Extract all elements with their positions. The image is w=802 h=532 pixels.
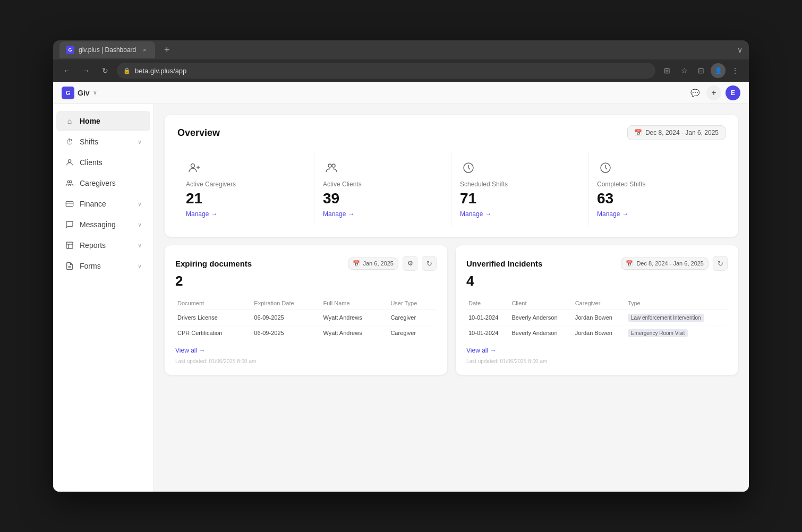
sidebar-item-messaging[interactable]: Messaging ∨ [56, 214, 150, 235]
svg-rect-5 [66, 242, 73, 248]
doc-expiry-2: 06-09-2025 [252, 325, 321, 341]
incidents-actions: 📅 Dec 8, 2024 - Jan 6, 2025 ↻ [621, 256, 728, 271]
sidebar-item-shifts[interactable]: ⏱ Shifts ∨ [56, 132, 150, 152]
expiring-docs-title: Expiring documents [175, 259, 252, 268]
doc-fullname-2: Wyatt Andrews [321, 325, 388, 341]
table-row[interactable]: 10-01-2024 Beverly Anderson Jordan Bowen… [466, 310, 728, 325]
caregivers-icon [65, 178, 74, 188]
browser-profile-icon[interactable]: 👤 [711, 63, 726, 78]
doc-usertype-1: Caregiver [388, 310, 437, 325]
svg-point-10 [191, 164, 195, 168]
sidebar-label-shifts: Shifts [80, 138, 132, 146]
back-button[interactable]: ← [59, 63, 74, 78]
incidents-header: Unverified Incidents 📅 Dec 8, 2024 - Jan… [466, 256, 728, 271]
sidebar-label-finance: Finance [80, 200, 132, 208]
overview-header: Overview 📅 Dec 8, 2024 - Jan 6, 2025 [177, 125, 726, 140]
table-row[interactable]: 10-01-2024 Beverly Anderson Jordan Bowen… [466, 325, 728, 341]
user-avatar[interactable]: E [726, 85, 740, 100]
tab-favicon: G [66, 46, 74, 54]
col-usertype: User Type [388, 297, 437, 310]
bookmark-icon[interactable]: ☆ [677, 63, 692, 78]
overview-title: Overview [177, 127, 220, 139]
browser-window: G giv.plus | Dashboard × + ∨ ← → ↻ 🔒 bet… [53, 40, 749, 492]
messaging-icon [65, 220, 74, 229]
incidents-table: Date Client Caregiver Type 10-01-2024 Be… [466, 297, 728, 340]
expiring-docs-date: Jan 6, 2025 [363, 260, 394, 267]
forms-icon [65, 261, 74, 271]
active-caregivers-manage-link[interactable]: Manage → [186, 210, 305, 218]
stat-active-caregivers: Active Caregivers 21 Manage → [177, 151, 314, 226]
incidents-refresh-button[interactable]: ↻ [713, 256, 728, 271]
incident-client-1: Beverly Anderson [509, 310, 573, 325]
tab-close-button[interactable]: × [140, 46, 149, 54]
new-tab-button[interactable]: + [159, 42, 174, 57]
expiring-docs-calendar-icon: 📅 [353, 260, 360, 267]
svg-point-0 [68, 160, 71, 162]
forward-button[interactable]: → [79, 63, 93, 78]
calendar-icon: 📅 [634, 129, 642, 136]
incident-type-2: Emergency Room Visit [626, 325, 728, 341]
unverified-incidents-card: Unverified Incidents 📅 Dec 8, 2024 - Jan… [456, 245, 738, 375]
sidebar-item-forms[interactable]: Forms ∨ [56, 256, 150, 276]
org-name: Giv [78, 89, 90, 97]
sidebar-item-home[interactable]: ⌂ Home [56, 111, 150, 131]
incidents-view-all[interactable]: View all → [466, 347, 728, 354]
app-logo[interactable]: G Giv ∨ [62, 87, 97, 99]
table-row[interactable]: CPR Certification 06-09-2025 Wyatt Andre… [175, 325, 437, 341]
overview-date-badge[interactable]: 📅 Dec 8, 2024 - Jan 6, 2025 [627, 125, 726, 140]
completed-shifts-value: 63 [597, 190, 717, 207]
incident-type-badge-2: Emergency Room Visit [628, 329, 688, 337]
screen-capture-icon[interactable]: ⊡ [694, 63, 709, 78]
expiring-docs-filter-button[interactable]: ⚙ [403, 256, 417, 271]
refresh-button[interactable]: ↻ [98, 63, 113, 78]
logo-icon: G [62, 87, 74, 99]
col-fullname: Full Name [321, 297, 388, 310]
stats-grid: Active Caregivers 21 Manage → Active [177, 151, 726, 226]
sidebar-label-forms: Forms [80, 262, 132, 270]
sidebar-label-home: Home [80, 117, 142, 125]
incidents-calendar-icon: 📅 [626, 260, 633, 267]
incident-type-badge-1: Law enforcement Intervention [628, 314, 704, 322]
incidents-title: Unverified Incidents [466, 259, 542, 268]
expiring-docs-actions: 📅 Jan 6, 2025 ⚙ ↻ [348, 256, 437, 271]
browser-more-icon[interactable]: ⋮ [728, 63, 743, 78]
active-clients-value: 39 [323, 190, 442, 207]
forms-chevron-icon: ∨ [138, 263, 142, 270]
incidents-date-range: Dec 8, 2024 - Jan 6, 2025 [636, 260, 704, 267]
active-clients-manage-link[interactable]: Manage → [323, 210, 442, 218]
col-date: Date [466, 297, 509, 310]
doc-name-2: CPR Certification [175, 325, 252, 341]
incidents-date-badge[interactable]: 📅 Dec 8, 2024 - Jan 6, 2025 [621, 258, 709, 270]
expiring-docs-view-all[interactable]: View all → [175, 347, 437, 354]
expiring-docs-refresh-button[interactable]: ↻ [422, 256, 437, 271]
browser-dropdown[interactable]: ∨ [737, 46, 743, 54]
scheduled-shifts-value: 71 [460, 190, 579, 207]
app-container: G Giv ∨ 💬 + E ⌂ Home ⏱ S [53, 82, 749, 492]
sidebar-item-finance[interactable]: Finance ∨ [56, 194, 150, 214]
col-expiration: Expiration Date [252, 297, 321, 310]
finance-chevron-icon: ∨ [138, 201, 142, 208]
add-icon[interactable]: + [706, 85, 721, 100]
address-bar[interactable]: 🔒 beta.giv.plus/app [117, 63, 655, 79]
chat-icon[interactable]: 💬 [687, 85, 702, 100]
sidebar-label-caregivers: Caregivers [80, 179, 142, 187]
tab-title: giv.plus | Dashboard [79, 46, 136, 54]
incident-date-2: 10-01-2024 [466, 325, 509, 341]
sidebar-item-clients[interactable]: Clients [56, 152, 150, 173]
scheduled-shifts-label: Scheduled Shifts [460, 181, 579, 188]
sidebar-item-caregivers[interactable]: Caregivers [56, 173, 150, 193]
clients-icon [65, 158, 74, 167]
org-dropdown-icon[interactable]: ∨ [93, 90, 97, 96]
scheduled-shifts-manage-link[interactable]: Manage → [460, 210, 579, 218]
incident-type-1: Law enforcement Intervention [626, 310, 728, 325]
overview-card: Overview 📅 Dec 8, 2024 - Jan 6, 2025 Act… [165, 115, 738, 237]
completed-shifts-manage-link[interactable]: Manage → [597, 210, 717, 218]
active-clients-icon [323, 159, 340, 176]
sidebar-item-reports[interactable]: Reports ∨ [56, 235, 150, 255]
doc-name-1: Drivers License [175, 310, 252, 325]
svg-point-11 [328, 164, 331, 167]
expiring-docs-date-badge[interactable]: 📅 Jan 6, 2025 [348, 258, 399, 270]
extensions-icon[interactable]: ⊞ [660, 63, 675, 78]
browser-tab[interactable]: G giv.plus | Dashboard × [59, 41, 155, 58]
table-row[interactable]: Drivers License 06-09-2025 Wyatt Andrews… [175, 310, 437, 325]
